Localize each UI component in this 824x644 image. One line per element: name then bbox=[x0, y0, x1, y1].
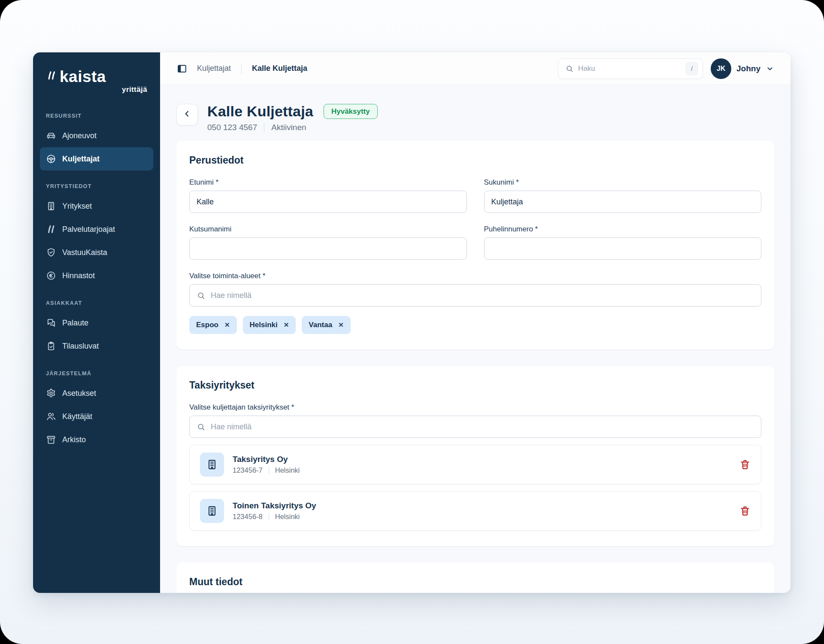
field-label-puhelinnumero: Puhelinnumero * bbox=[484, 225, 762, 234]
sidebar-item-kayttajat[interactable]: Käyttäjät bbox=[40, 405, 153, 428]
sidebar-item-hinnastot[interactable]: Hinnastot bbox=[40, 264, 153, 287]
sidebar-item-ajoneuvot[interactable]: Ajoneuvot bbox=[40, 124, 153, 147]
kutsumanimi-input[interactable] bbox=[189, 237, 467, 260]
brand-logo: kaista yrittäjä bbox=[40, 67, 153, 100]
chevron-left-icon bbox=[183, 109, 191, 120]
sidebar-section-yritystiedot: YRITYSTIEDOT bbox=[40, 183, 153, 189]
shield-check-icon bbox=[46, 247, 56, 258]
card-title-perustiedot: Perustiedot bbox=[189, 155, 761, 166]
page-header: Kalle Kuljettaja Hyväksytty 050 123 4567… bbox=[176, 103, 774, 132]
delete-company-icon[interactable] bbox=[739, 459, 751, 470]
main-area: Kuljettajat Kalle Kuljettaja / JK Johny bbox=[160, 52, 791, 593]
app-window: kaista yrittäjä RESURSSIT Ajoneuvot Kulj… bbox=[33, 52, 791, 593]
users-icon bbox=[46, 411, 56, 422]
sukunimi-input[interactable] bbox=[484, 191, 762, 213]
archive-icon bbox=[46, 434, 56, 445]
company-row: Taksiyritys Oy 123456-7 Helsinki bbox=[189, 445, 761, 484]
sidebar-item-arkisto[interactable]: Arkisto bbox=[40, 428, 153, 451]
field-kutsumanimi: Kutsumanimi bbox=[189, 213, 467, 260]
sidebar-item-vastuukaista[interactable]: VastuuKaista bbox=[40, 241, 153, 264]
sidebar-item-kuljettajat[interactable]: Kuljettajat bbox=[40, 147, 153, 170]
back-button[interactable] bbox=[176, 104, 198, 125]
car-icon bbox=[46, 131, 56, 141]
company-business-id: 123456-8 bbox=[233, 513, 263, 521]
breadcrumb-parent[interactable]: Kuljettajat bbox=[197, 64, 231, 73]
chip-espoo[interactable]: Espoo ✕ bbox=[189, 316, 237, 334]
company-name: Taksiyritys Oy bbox=[233, 455, 300, 464]
chip-vantaa[interactable]: Vantaa ✕ bbox=[302, 316, 350, 334]
building-icon bbox=[200, 453, 224, 477]
chip-helsinki[interactable]: Helsinki ✕ bbox=[243, 316, 296, 334]
company-search bbox=[189, 416, 761, 438]
sidebar-item-yritykset[interactable]: Yritykset bbox=[40, 194, 153, 218]
company-search-input[interactable] bbox=[211, 422, 754, 431]
sidebar-item-palvelutarjoajat[interactable]: Palvelutarjoajat bbox=[40, 218, 153, 241]
status-badge: Hyväksytty bbox=[324, 104, 378, 119]
driver-phone: 050 123 4567 bbox=[207, 123, 257, 132]
puhelinnumero-input[interactable] bbox=[484, 237, 762, 260]
remove-chip-icon[interactable]: ✕ bbox=[338, 321, 344, 329]
sidebar: kaista yrittäjä RESURSSIT Ajoneuvot Kulj… bbox=[33, 52, 160, 593]
sidebar-section-jarjestelma: JÄRJESTELMÄ bbox=[40, 371, 153, 377]
remove-chip-icon[interactable]: ✕ bbox=[224, 321, 230, 329]
company-select-label: Valitse kuljettajan taksiyritykset * bbox=[189, 403, 761, 412]
sidebar-item-palaute[interactable]: Palaute bbox=[40, 311, 153, 334]
area-chips: Espoo ✕ Helsinki ✕ Vantaa ✕ bbox=[189, 316, 761, 334]
search-shortcut-badge: / bbox=[685, 62, 698, 76]
sidebar-item-tilausluvat[interactable]: Tilausluvat bbox=[40, 334, 153, 358]
company-name: Toinen Taksiyritys Oy bbox=[233, 501, 316, 510]
sidebar-item-label: Arkisto bbox=[62, 435, 86, 444]
search-input[interactable] bbox=[578, 64, 681, 73]
brand-subtitle: yrittäjä bbox=[46, 85, 147, 94]
sidebar-item-label: Palaute bbox=[62, 319, 88, 328]
company-row: Toinen Taksiyritys Oy 123456-8 Helsinki bbox=[189, 491, 761, 531]
subtitle-divider bbox=[264, 123, 264, 132]
etunimi-input[interactable] bbox=[189, 191, 467, 213]
sidebar-item-label: Yritykset bbox=[62, 202, 92, 211]
field-label-sukunimi: Sukunimi * bbox=[484, 178, 762, 187]
topbar: Kuljettajat Kalle Kuljettaja / JK Johny bbox=[160, 52, 791, 85]
sidebar-item-label: Kuljettajat bbox=[62, 155, 100, 164]
sidebar-item-label: Hinnastot bbox=[62, 271, 95, 280]
field-label-etunimi: Etunimi * bbox=[189, 178, 467, 187]
chevron-down-icon bbox=[766, 64, 774, 73]
double-slash-icon bbox=[46, 224, 56, 234]
sidebar-section-resurssit: RESURSSIT bbox=[40, 113, 153, 119]
building-icon bbox=[200, 499, 224, 523]
sidebar-section-asiakkaat: ASIAKKAAT bbox=[40, 300, 153, 306]
global-search: / bbox=[558, 58, 703, 79]
sidebar-item-label: Tilausluvat bbox=[62, 342, 99, 351]
driver-state: Aktiivinen bbox=[271, 123, 306, 132]
area-search-input[interactable] bbox=[211, 291, 754, 300]
chip-label: Helsinki bbox=[250, 321, 278, 329]
company-business-id: 123456-7 bbox=[233, 466, 263, 474]
search-icon bbox=[565, 64, 574, 73]
kaista-slash-icon bbox=[46, 69, 57, 82]
delete-company-icon[interactable] bbox=[739, 505, 751, 516]
area-select-label: Valitse toiminta-alueet * bbox=[189, 272, 761, 280]
building-icon bbox=[46, 201, 56, 211]
company-divider bbox=[269, 513, 269, 521]
breadcrumb-divider bbox=[241, 64, 242, 74]
euro-circle-icon bbox=[46, 270, 56, 281]
field-puhelinnumero: Puhelinnumero * bbox=[484, 213, 762, 260]
sidebar-item-asetukset[interactable]: Asetukset bbox=[40, 382, 153, 405]
sidebar-toggle-icon[interactable] bbox=[176, 63, 188, 74]
page-title: Kalle Kuljettaja bbox=[207, 103, 313, 120]
sidebar-item-label: Ajoneuvot bbox=[62, 131, 97, 140]
chip-label: Vantaa bbox=[309, 321, 332, 329]
sidebar-item-label: VastuuKaista bbox=[62, 248, 107, 257]
sidebar-item-label: Käyttäjät bbox=[62, 412, 92, 421]
gear-icon bbox=[46, 388, 56, 398]
company-divider bbox=[269, 467, 269, 474]
user-name: Johny bbox=[736, 64, 760, 73]
steering-wheel-icon bbox=[46, 154, 56, 164]
user-menu[interactable]: JK Johny bbox=[711, 58, 774, 79]
area-search bbox=[189, 284, 761, 307]
perustiedot-card: Perustiedot Etunimi * Sukunimi * Kutsuma… bbox=[176, 141, 774, 349]
page-content: Kalle Kuljettaja Hyväksytty 050 123 4567… bbox=[160, 85, 791, 593]
remove-chip-icon[interactable]: ✕ bbox=[284, 321, 289, 329]
breadcrumb-current: Kalle Kuljettaja bbox=[252, 64, 307, 73]
screen: kaista yrittäjä RESURSSIT Ajoneuvot Kulj… bbox=[0, 0, 824, 644]
field-sukunimi: Sukunimi * bbox=[484, 166, 762, 213]
